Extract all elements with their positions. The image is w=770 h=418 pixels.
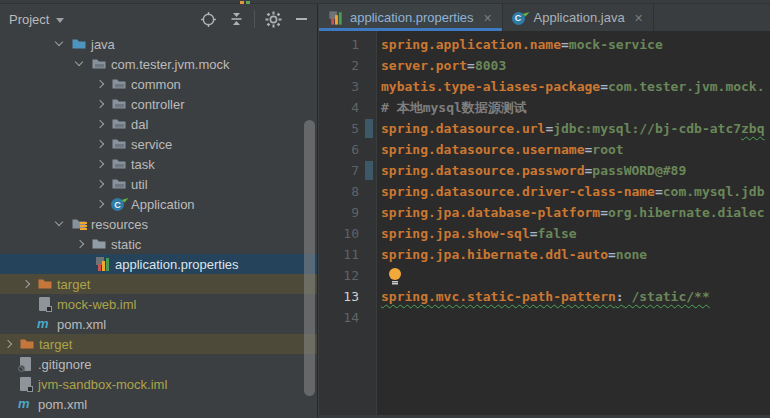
- tree-label: com.tester.jvm.mock: [111, 57, 229, 72]
- line-number: 4: [319, 97, 376, 118]
- source-folder-icon: [71, 36, 87, 52]
- chevron-right-icon[interactable]: [93, 117, 107, 131]
- code-line-8[interactable]: spring.datasource.driver-class-name=com.…: [381, 181, 770, 202]
- tree-row-jvm-sandbox-mock-iml[interactable]: jvm-sandbox-mock.iml: [0, 374, 317, 394]
- excluded-folder-icon: [37, 276, 53, 292]
- tab-label: application.properties: [350, 10, 474, 25]
- tab-application-properties[interactable]: application.properties: [319, 4, 503, 31]
- close-tab-icon[interactable]: [633, 12, 645, 24]
- line-number: 12: [319, 265, 376, 286]
- package-folder-icon: [111, 96, 127, 112]
- tree-label: Application: [131, 197, 195, 212]
- panel-settings-button[interactable]: [263, 9, 283, 29]
- tree-row-target-root[interactable]: target: [0, 334, 317, 354]
- tree-label: .gitignore: [38, 357, 91, 372]
- chevron-right-icon[interactable]: [73, 237, 87, 251]
- tree-label: java: [91, 37, 115, 52]
- package-folder-icon: [111, 76, 127, 92]
- tree-row-util[interactable]: util: [0, 174, 317, 194]
- project-view-label: Project: [9, 12, 49, 27]
- locate-file-button[interactable]: [198, 9, 218, 29]
- tree-label: controller: [131, 97, 184, 112]
- chevron-right-icon[interactable]: [1, 337, 15, 351]
- tree-label: pom.xml: [38, 397, 87, 412]
- module-file-icon: [18, 376, 34, 392]
- chevron-right-icon[interactable]: [93, 157, 107, 171]
- maven-icon: m: [18, 396, 34, 412]
- tree-label: task: [131, 157, 155, 172]
- close-tab-icon[interactable]: [482, 12, 494, 24]
- collapse-all-button[interactable]: [226, 9, 246, 29]
- tree-row-target-module[interactable]: target: [0, 274, 317, 294]
- code-line-6[interactable]: spring.datasource.username=root: [381, 139, 770, 160]
- minimize-icon: [296, 18, 307, 20]
- changed-line-marker: [365, 119, 373, 138]
- class-icon: C: [512, 10, 528, 26]
- code-line-11[interactable]: spring.jpa.hibernate.ddl-auto=none: [381, 244, 770, 265]
- tree-label: target: [39, 337, 72, 352]
- code-line-2[interactable]: server.port=8003: [381, 55, 770, 76]
- resources-folder-icon: [71, 216, 87, 232]
- code-line-14[interactable]: [381, 307, 770, 328]
- tree-row-application-class[interactable]: C Application: [0, 194, 317, 214]
- tree-row-application-properties[interactable]: application.properties: [0, 254, 317, 274]
- code-line-3[interactable]: mybatis.type-aliases-package=com.tester.…: [381, 76, 770, 97]
- code-line-13[interactable]: spring.mvc.static-path-pattern: /static/…: [381, 286, 770, 307]
- project-panel-scrollbar[interactable]: [304, 120, 315, 396]
- tree-row-common[interactable]: common: [0, 74, 317, 94]
- chevron-right-icon[interactable]: [93, 197, 107, 211]
- code-line-1[interactable]: spring.application.name=mock-service: [381, 34, 770, 55]
- tree-label: application.properties: [115, 257, 239, 272]
- maven-icon: m: [37, 316, 53, 332]
- project-panel: Project: [0, 4, 318, 418]
- line-number: 2: [319, 55, 376, 76]
- tree-row-task[interactable]: task: [0, 154, 317, 174]
- chevron-down-icon[interactable]: [53, 217, 67, 231]
- tree-row-service[interactable]: service: [0, 134, 317, 154]
- tree-row-controller[interactable]: controller: [0, 94, 317, 114]
- tree-row-dal[interactable]: dal: [0, 114, 317, 134]
- tab-label: Application.java: [534, 10, 625, 25]
- module-file-icon: [37, 296, 53, 312]
- code-line-4[interactable]: # 本地mysql数据源测试: [381, 97, 770, 118]
- hide-panel-button[interactable]: [291, 9, 311, 29]
- package-folder-icon: [91, 56, 107, 72]
- code-line-9[interactable]: spring.jpa.database-platform=org.hiberna…: [381, 202, 770, 223]
- chevron-down-icon[interactable]: [73, 57, 87, 71]
- tree-row-pom-root[interactable]: m pom.xml: [0, 394, 317, 414]
- code-line-12[interactable]: [381, 265, 770, 286]
- tree-label: static: [111, 237, 141, 252]
- tree-label: resources: [91, 217, 148, 232]
- tree-row-java[interactable]: java: [0, 34, 317, 54]
- code-line-7[interactable]: spring.datasource.password=passWORD@#89: [381, 160, 770, 181]
- tab-application-java[interactable]: C Application.java: [503, 4, 654, 31]
- folder-icon: [91, 236, 107, 252]
- chevron-right-icon[interactable]: [93, 137, 107, 151]
- tree-row-mock-web-iml[interactable]: mock-web.iml: [0, 294, 317, 314]
- tree-row-resources[interactable]: resources: [0, 214, 317, 234]
- chevron-right-icon[interactable]: [93, 97, 107, 111]
- code-line-10[interactable]: spring.jpa.show-sql=false: [381, 223, 770, 244]
- editor-pane: application.properties C Application.jav…: [319, 4, 770, 418]
- tree-row-package-root[interactable]: com.tester.jvm.mock: [0, 54, 317, 74]
- code-area[interactable]: spring.application.name=mock-service ser…: [377, 31, 770, 418]
- line-number: 8: [319, 181, 376, 202]
- chevron-right-icon[interactable]: [19, 277, 33, 291]
- chevron-down-icon[interactable]: [53, 37, 67, 51]
- tree-label: target: [57, 277, 90, 292]
- line-number: 6: [319, 139, 376, 160]
- tree-row-gitignore[interactable]: .gitignore: [0, 354, 317, 374]
- typo-highlight: spring.mvc.static-path-pattern: /static/…: [381, 289, 710, 304]
- code-line-5[interactable]: spring.datasource.url=jdbc:mysql://bj-cd…: [381, 118, 770, 139]
- tree-row-pom-module[interactable]: m pom.xml: [0, 314, 317, 334]
- line-number: 10: [319, 223, 376, 244]
- package-folder-icon: [111, 156, 127, 172]
- chevron-right-icon[interactable]: [93, 77, 107, 91]
- tree-label: jvm-sandbox-mock.iml: [38, 377, 167, 392]
- tree-label: pom.xml: [57, 317, 106, 332]
- intention-bulb-icon[interactable]: [388, 268, 402, 285]
- tree-row-static[interactable]: static: [0, 234, 317, 254]
- project-view-dropdown[interactable]: Project: [9, 12, 64, 27]
- chevron-right-icon[interactable]: [93, 177, 107, 191]
- ide-window: Project: [0, 0, 770, 418]
